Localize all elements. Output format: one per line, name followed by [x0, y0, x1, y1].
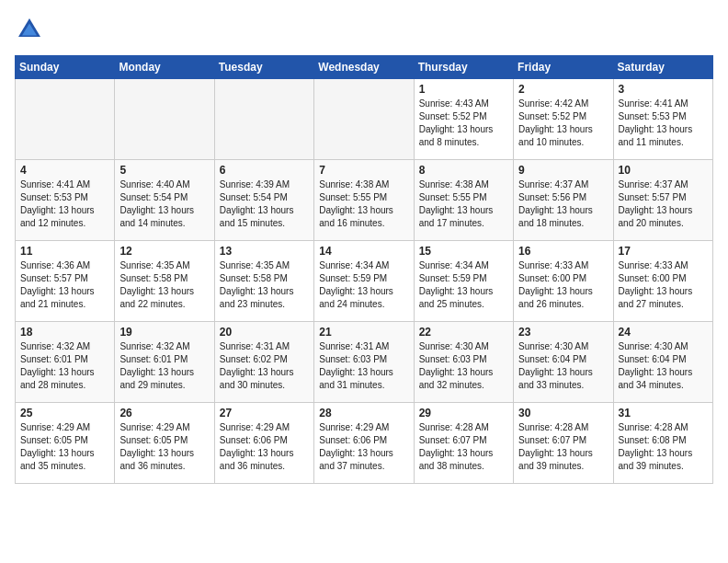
week-row-5: 25Sunrise: 4:29 AM Sunset: 6:05 PM Dayli…: [16, 403, 713, 484]
day-number: 25: [20, 407, 109, 419]
day-info: Sunrise: 4:34 AM Sunset: 5:59 PM Dayligh…: [319, 259, 408, 311]
calendar-cell: 20Sunrise: 4:31 AM Sunset: 6:02 PM Dayli…: [214, 322, 313, 403]
calendar-cell: [314, 79, 414, 160]
day-info: Sunrise: 4:31 AM Sunset: 6:02 PM Dayligh…: [220, 340, 309, 392]
day-info: Sunrise: 4:33 AM Sunset: 6:00 PM Dayligh…: [518, 259, 608, 311]
calendar-table: SundayMondayTuesdayWednesdayThursdayFrid…: [15, 55, 713, 484]
calendar-cell: 6Sunrise: 4:39 AM Sunset: 5:54 PM Daylig…: [214, 160, 313, 241]
day-number: 24: [619, 326, 708, 339]
header-day-saturday: Saturday: [613, 56, 712, 79]
day-info: Sunrise: 4:29 AM Sunset: 6:05 PM Dayligh…: [20, 421, 109, 473]
calendar-cell: 10Sunrise: 4:37 AM Sunset: 5:57 PM Dayli…: [613, 160, 712, 241]
day-number: 28: [319, 407, 408, 419]
day-info: Sunrise: 4:38 AM Sunset: 5:55 PM Dayligh…: [419, 178, 508, 230]
day-info: Sunrise: 4:32 AM Sunset: 6:01 PM Dayligh…: [20, 340, 109, 392]
day-number: 6: [220, 164, 309, 177]
day-number: 17: [619, 245, 708, 258]
calendar-cell: 22Sunrise: 4:30 AM Sunset: 6:03 PM Dayli…: [414, 322, 513, 403]
calendar-cell: 27Sunrise: 4:29 AM Sunset: 6:06 PM Dayli…: [214, 403, 313, 484]
calendar-cell: 17Sunrise: 4:33 AM Sunset: 6:00 PM Dayli…: [613, 241, 712, 322]
day-info: Sunrise: 4:31 AM Sunset: 6:03 PM Dayligh…: [319, 340, 408, 392]
calendar-cell: 24Sunrise: 4:30 AM Sunset: 6:04 PM Dayli…: [613, 322, 712, 403]
day-number: 27: [220, 407, 309, 419]
day-info: Sunrise: 4:42 AM Sunset: 5:52 PM Dayligh…: [518, 98, 608, 149]
day-number: 21: [319, 326, 408, 339]
day-info: Sunrise: 4:30 AM Sunset: 6:04 PM Dayligh…: [518, 340, 608, 392]
day-info: Sunrise: 4:33 AM Sunset: 6:00 PM Dayligh…: [619, 259, 708, 311]
day-info: Sunrise: 4:29 AM Sunset: 6:05 PM Dayligh…: [119, 421, 209, 473]
header-day-friday: Friday: [514, 56, 613, 79]
header-day-tuesday: Tuesday: [214, 56, 313, 79]
day-info: Sunrise: 4:35 AM Sunset: 5:58 PM Dayligh…: [220, 259, 309, 311]
calendar-cell: 5Sunrise: 4:40 AM Sunset: 5:54 PM Daylig…: [115, 160, 214, 241]
day-number: 11: [20, 245, 109, 258]
calendar-cell: 18Sunrise: 4:32 AM Sunset: 6:01 PM Dayli…: [16, 322, 115, 403]
day-number: 22: [419, 326, 508, 339]
header-day-monday: Monday: [115, 56, 214, 79]
day-info: Sunrise: 4:32 AM Sunset: 6:01 PM Dayligh…: [119, 340, 209, 392]
header-day-sunday: Sunday: [16, 56, 115, 79]
day-info: Sunrise: 4:38 AM Sunset: 5:55 PM Dayligh…: [319, 178, 408, 230]
day-number: 7: [319, 164, 408, 177]
calendar-cell: 4Sunrise: 4:41 AM Sunset: 5:53 PM Daylig…: [16, 160, 115, 241]
day-info: Sunrise: 4:37 AM Sunset: 5:57 PM Dayligh…: [619, 178, 708, 230]
day-info: Sunrise: 4:43 AM Sunset: 5:52 PM Dayligh…: [419, 98, 508, 149]
header-row: SundayMondayTuesdayWednesdayThursdayFrid…: [16, 56, 713, 79]
calendar-cell: 31Sunrise: 4:28 AM Sunset: 6:08 PM Dayli…: [613, 403, 712, 484]
calendar-cell: [214, 79, 313, 160]
day-info: Sunrise: 4:30 AM Sunset: 6:04 PM Dayligh…: [619, 340, 708, 392]
day-number: 5: [119, 164, 209, 177]
day-info: Sunrise: 4:28 AM Sunset: 6:07 PM Dayligh…: [419, 421, 508, 473]
day-number: 2: [518, 83, 608, 96]
week-row-3: 11Sunrise: 4:36 AM Sunset: 5:57 PM Dayli…: [16, 241, 713, 322]
day-info: Sunrise: 4:35 AM Sunset: 5:58 PM Dayligh…: [119, 259, 209, 311]
day-number: 12: [119, 245, 209, 258]
day-number: 16: [518, 245, 608, 258]
day-number: 23: [518, 326, 608, 339]
week-row-2: 4Sunrise: 4:41 AM Sunset: 5:53 PM Daylig…: [16, 160, 713, 241]
day-number: 9: [518, 164, 608, 177]
day-info: Sunrise: 4:30 AM Sunset: 6:03 PM Dayligh…: [419, 340, 508, 392]
day-info: Sunrise: 4:34 AM Sunset: 5:59 PM Dayligh…: [419, 259, 508, 311]
calendar-cell: 15Sunrise: 4:34 AM Sunset: 5:59 PM Dayli…: [414, 241, 513, 322]
calendar-cell: 3Sunrise: 4:41 AM Sunset: 5:53 PM Daylig…: [613, 79, 712, 160]
day-number: 15: [419, 245, 508, 258]
day-number: 29: [419, 407, 508, 419]
day-info: Sunrise: 4:41 AM Sunset: 5:53 PM Dayligh…: [619, 98, 708, 149]
calendar-cell: 11Sunrise: 4:36 AM Sunset: 5:57 PM Dayli…: [16, 241, 115, 322]
calendar-cell: 25Sunrise: 4:29 AM Sunset: 6:05 PM Dayli…: [16, 403, 115, 484]
calendar-cell: 2Sunrise: 4:42 AM Sunset: 5:52 PM Daylig…: [514, 79, 613, 160]
calendar-cell: 16Sunrise: 4:33 AM Sunset: 6:00 PM Dayli…: [514, 241, 613, 322]
calendar-cell: 21Sunrise: 4:31 AM Sunset: 6:03 PM Dayli…: [314, 322, 414, 403]
week-row-4: 18Sunrise: 4:32 AM Sunset: 6:01 PM Dayli…: [16, 322, 713, 403]
day-info: Sunrise: 4:28 AM Sunset: 6:08 PM Dayligh…: [619, 421, 708, 473]
calendar-cell: 1Sunrise: 4:43 AM Sunset: 5:52 PM Daylig…: [414, 79, 513, 160]
day-number: 3: [619, 83, 708, 96]
day-info: Sunrise: 4:37 AM Sunset: 5:56 PM Dayligh…: [518, 178, 608, 230]
day-number: 14: [319, 245, 408, 258]
calendar-cell: 28Sunrise: 4:29 AM Sunset: 6:06 PM Dayli…: [314, 403, 414, 484]
day-info: Sunrise: 4:36 AM Sunset: 5:57 PM Dayligh…: [20, 259, 109, 311]
header-day-thursday: Thursday: [414, 56, 513, 79]
logo: [15, 15, 48, 44]
calendar-cell: 23Sunrise: 4:30 AM Sunset: 6:04 PM Dayli…: [514, 322, 613, 403]
day-info: Sunrise: 4:29 AM Sunset: 6:06 PM Dayligh…: [220, 421, 309, 473]
day-number: 10: [619, 164, 708, 177]
day-number: 18: [20, 326, 109, 339]
day-info: Sunrise: 4:41 AM Sunset: 5:53 PM Dayligh…: [20, 178, 109, 230]
calendar-cell: [115, 79, 214, 160]
calendar-cell: 12Sunrise: 4:35 AM Sunset: 5:58 PM Dayli…: [115, 241, 214, 322]
day-info: Sunrise: 4:39 AM Sunset: 5:54 PM Dayligh…: [220, 178, 309, 230]
calendar-cell: 9Sunrise: 4:37 AM Sunset: 5:56 PM Daylig…: [514, 160, 613, 241]
day-number: 19: [119, 326, 209, 339]
day-number: 1: [419, 83, 508, 96]
day-info: Sunrise: 4:28 AM Sunset: 6:07 PM Dayligh…: [518, 421, 608, 473]
day-number: 8: [419, 164, 508, 177]
day-number: 13: [220, 245, 309, 258]
day-number: 4: [20, 164, 109, 177]
day-number: 30: [518, 407, 608, 419]
calendar-cell: 13Sunrise: 4:35 AM Sunset: 5:58 PM Dayli…: [214, 241, 313, 322]
calendar-cell: 19Sunrise: 4:32 AM Sunset: 6:01 PM Dayli…: [115, 322, 214, 403]
calendar-cell: 8Sunrise: 4:38 AM Sunset: 5:55 PM Daylig…: [414, 160, 513, 241]
day-info: Sunrise: 4:40 AM Sunset: 5:54 PM Dayligh…: [119, 178, 209, 230]
